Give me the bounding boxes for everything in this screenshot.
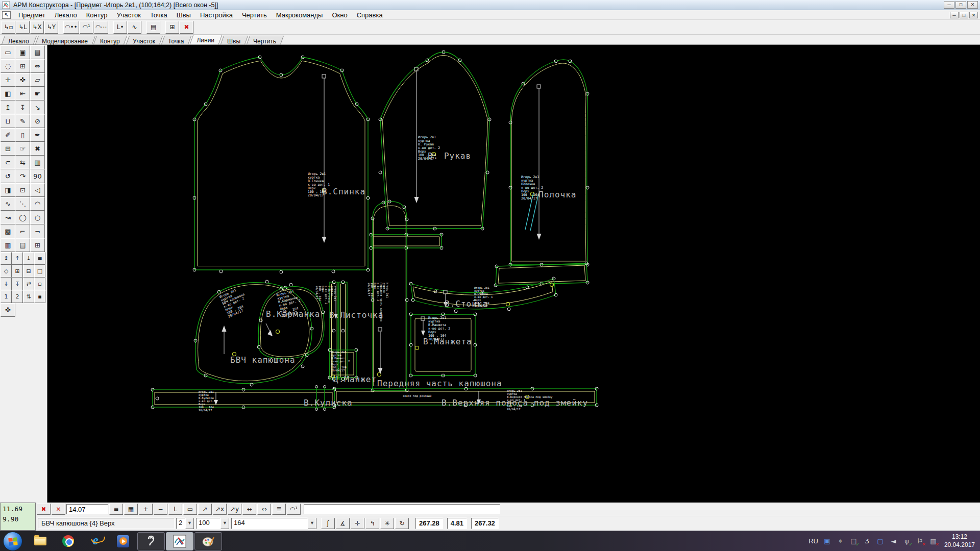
translator-tray-icon[interactable]: ▣ [823, 537, 831, 545]
left-tool-r14c2[interactable]: ⌐ [15, 224, 30, 238]
left-tool-r17c4[interactable]: □ [34, 265, 45, 278]
tab-Моделирование[interactable]: Моделирование [35, 36, 95, 44]
left-tool-r17c2[interactable]: ⊞ [12, 265, 23, 278]
tab-Лекало[interactable]: Лекало [2, 36, 37, 44]
curve-one-tool[interactable]: ◠¹ [80, 21, 93, 34]
tab-Участок[interactable]: Участок [126, 36, 163, 44]
drawing-canvas[interactable]: В.СпинкаВ. РукавПолочкаВ.КарманкаВ.Листо… [47, 45, 980, 503]
window-minimize-button[interactable]: ─ [944, 1, 954, 9]
left-tool-r19c4[interactable]: ▪ [34, 290, 45, 303]
left-tool-r5c3[interactable]: ↘ [30, 101, 45, 114]
remove-point[interactable]: − [154, 504, 167, 515]
menu-1[interactable]: Лекало [50, 11, 82, 19]
left-tool-r7c1[interactable]: ✐ [1, 128, 15, 142]
move-cross-tool[interactable]: ✛ [351, 518, 364, 529]
mdi-minimize-button[interactable]: ─ [950, 12, 959, 18]
lines-mode[interactable]: ≡ [109, 504, 123, 515]
delete-measure[interactable]: ✖ [37, 504, 51, 515]
s-curve-tool[interactable]: ∿ [128, 21, 141, 34]
taskbar-clock[interactable]: 13:12 20.04.2017 [944, 533, 975, 549]
ear-tray-icon[interactable]: Ʒ [863, 537, 871, 545]
measure-width-2[interactable]: ⇔ [257, 504, 271, 515]
left-tool-r8c3[interactable]: ✖ [30, 142, 45, 156]
tab-Точка[interactable]: Точка [161, 36, 191, 44]
measure-diagonal[interactable]: ↗ [198, 504, 212, 515]
star-arrows-tool[interactable]: ✳ [380, 518, 394, 529]
delete-tool[interactable]: ✖ [180, 21, 193, 34]
table-mode[interactable]: ▦ [124, 504, 138, 515]
left-tool-r14c1[interactable]: ▩ [1, 224, 15, 238]
formula-input[interactable] [304, 504, 500, 514]
menu-4[interactable]: Точка [145, 11, 172, 19]
left-tool-r13c1[interactable]: ↝ [1, 211, 15, 224]
left-tool-r3c1[interactable]: ✛ [1, 73, 15, 87]
left-tool-r4c1[interactable]: ◧ [1, 87, 15, 101]
left-tool-r9c1[interactable]: ⊂ [1, 156, 15, 169]
menu-0[interactable]: Предмет [14, 11, 50, 19]
menu-3[interactable]: Участок [112, 11, 145, 19]
calculator-tool[interactable]: ≣ [272, 504, 286, 515]
satellite-tray-icon[interactable]: ⌖ [836, 537, 845, 545]
size-height-dropdown-arrow-icon[interactable]: ▼ [308, 518, 316, 529]
left-tool-r4c3[interactable]: ☛ [30, 87, 45, 101]
ruler-tool[interactable]: ▭ [183, 504, 197, 515]
hook-tool[interactable]: ʃ [321, 518, 335, 529]
left-tool-r2c1[interactable]: ◌ [1, 59, 15, 73]
left-tool-r12c3[interactable]: ◠ [30, 197, 45, 211]
tab-Линии[interactable]: Линии [189, 35, 222, 44]
delete-measure-alt[interactable]: ✕ [52, 504, 65, 515]
mdi-window-icon[interactable]: ↖ [2, 11, 11, 19]
menu-8[interactable]: Макрокоманды [272, 11, 328, 19]
left-tool-r2c3[interactable]: ⇔ [30, 59, 45, 73]
point-move-tool[interactable]: ↳▫ [2, 21, 15, 34]
protractor-tool[interactable]: ∡ [336, 518, 350, 529]
left-tool-r9c2[interactable]: ⇆ [15, 156, 30, 169]
display-tray-icon[interactable]: ▢ [876, 537, 885, 545]
left-tool-r3c2[interactable]: ✜ [15, 73, 30, 87]
left-tool-r1c1[interactable]: ▭ [1, 45, 15, 59]
left-tool-r2c2[interactable]: ⊞ [15, 59, 30, 73]
left-tool-r11c2[interactable]: ⊡ [15, 183, 30, 197]
left-tool-r4c2[interactable]: ⇤ [15, 87, 30, 101]
measure-y[interactable]: ↗y [228, 504, 241, 515]
piece-count-combo[interactable]: 2▼ [176, 518, 194, 529]
menu-5[interactable]: Швы [172, 11, 195, 19]
left-tool-r12c2[interactable]: ⋱ [15, 197, 30, 211]
left-tool-r6c2[interactable]: ✎ [15, 114, 30, 128]
taskbar-explorer[interactable] [27, 532, 54, 550]
left-tool-r1c3[interactable]: ▤ [30, 45, 45, 59]
left-tool-r5c2[interactable]: ↧ [15, 101, 30, 114]
measure-x[interactable]: ↗x [213, 504, 227, 515]
left-tool-r16c3[interactable]: ↓ [23, 252, 34, 265]
left-tool-r7c3[interactable]: ✒ [30, 128, 45, 142]
left-tool-r7c2[interactable]: ▯ [15, 128, 30, 142]
tab-Чертить[interactable]: Чертить [246, 36, 283, 44]
left-tool-r10c1[interactable]: ↺ [1, 169, 15, 183]
l-point-tool[interactable]: L• [113, 21, 127, 34]
mdi-maximize-button[interactable]: □ [960, 12, 968, 18]
measure-value-input[interactable] [66, 504, 108, 514]
menu-2[interactable]: Контур [82, 11, 112, 19]
left-tool-r14c3[interactable]: ¬ [30, 224, 45, 238]
l-mode[interactable]: L [168, 504, 182, 515]
left-tool-r19c3[interactable]: ⇅ [23, 290, 34, 303]
volume-tray-icon[interactable]: ◄ [889, 537, 898, 545]
piece-count-dropdown-arrow-icon[interactable]: ▼ [185, 518, 194, 529]
left-tool-r6c1[interactable]: ⊔ [1, 114, 15, 128]
window-maximize-button[interactable]: □ [955, 1, 966, 9]
left-tool-r1c2[interactable]: ▣ [15, 45, 30, 59]
left-tool-r10c2[interactable]: ↷ [15, 169, 30, 183]
left-tool-r19c2[interactable]: 2 [12, 290, 23, 303]
taskbar-chrome[interactable] [55, 532, 81, 550]
grid-window-tool[interactable]: ⊞ [165, 21, 179, 34]
left-tool-r3c3[interactable]: ▱ [30, 73, 45, 87]
hatch-roll-tool[interactable]: ▤ [146, 21, 160, 34]
mdi-close-button[interactable]: ✕ [969, 12, 978, 18]
menu-9[interactable]: Окно [327, 11, 352, 19]
printer-ok-tray-icon[interactable]: ▤✓ [849, 537, 858, 545]
language-indicator[interactable]: RU [808, 537, 818, 545]
taskbar-pattern-app[interactable] [166, 532, 193, 550]
left-tool-r13c2[interactable]: ◯ [15, 211, 30, 224]
left-tool-r13c3[interactable]: ○ [30, 211, 45, 224]
left-tool-r8c2[interactable]: ☞ [15, 142, 30, 156]
